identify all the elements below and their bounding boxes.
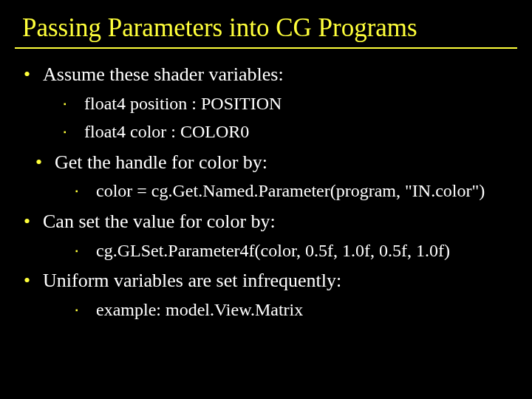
bullet-text: float4 color : COLOR0 <box>84 120 517 143</box>
bullet-square-icon: ▪ <box>75 298 96 316</box>
bullet-dot-icon: • <box>35 150 55 175</box>
slide-body: • Assume these shader variables: ▪ float… <box>15 62 517 321</box>
bullet-level2: ▪ float4 position : POSITION <box>64 92 517 115</box>
bullet-text: color = cg.Get.Named.Parameter(program, … <box>96 179 517 202</box>
bullet-text: float4 position : POSITION <box>84 92 517 115</box>
bullet-level2: ▪ example: model.View.Matrix <box>75 298 517 321</box>
bullet-square-icon: ▪ <box>64 92 84 109</box>
bullet-level1: • Get the handle for color by: <box>35 150 517 175</box>
bullet-square-icon: ▪ <box>75 179 96 197</box>
bullet-level1: • Can set the value for color by: <box>24 209 517 234</box>
bullet-level2: ▪ cg.GLSet.Parameter4f(color, 0.5f, 1.0f… <box>75 239 517 262</box>
bullet-text: Can set the value for color by: <box>43 209 517 234</box>
bullet-level1: • Uniform variables are set infrequently… <box>24 268 517 293</box>
bullet-level2: ▪ color = cg.Get.Named.Parameter(program… <box>75 179 517 202</box>
slide: Passing Parameters into CG Programs • As… <box>0 0 532 399</box>
bullet-level1: • Assume these shader variables: <box>24 62 517 87</box>
bullet-dot-icon: • <box>24 268 43 293</box>
bullet-text: cg.GLSet.Parameter4f(color, 0.5f, 1.0f, … <box>96 239 517 262</box>
bullet-text: Get the handle for color by: <box>55 150 517 175</box>
bullet-square-icon: ▪ <box>75 239 96 256</box>
bullet-text: Uniform variables are set infrequently: <box>43 268 517 293</box>
bullet-dot-icon: • <box>24 209 43 234</box>
bullet-text: example: model.View.Matrix <box>96 298 517 321</box>
bullet-dot-icon: • <box>24 62 43 87</box>
bullet-level2: ▪ float4 color : COLOR0 <box>64 120 517 143</box>
slide-title: Passing Parameters into CG Programs <box>22 13 517 43</box>
title-underline <box>15 47 517 49</box>
bullet-square-icon: ▪ <box>64 120 84 137</box>
bullet-text: Assume these shader variables: <box>43 62 517 87</box>
